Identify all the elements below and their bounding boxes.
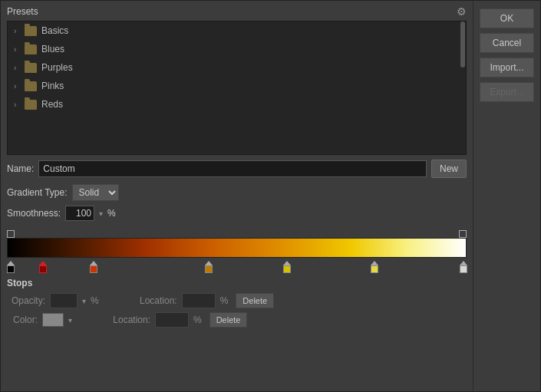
chevron-icon: › (14, 27, 20, 35)
color-stop-2[interactable] (90, 261, 97, 273)
preset-label-reds: Reds (41, 99, 63, 110)
preset-label-blues: Blues (41, 44, 64, 54)
opacity-location-unit: % (220, 295, 229, 306)
folder-icon-purples (25, 63, 37, 73)
gear-icon[interactable]: ⚙ (457, 5, 467, 18)
smoothness-label: Smoothness: (7, 208, 61, 219)
color-stop-4[interactable] (283, 261, 291, 273)
gradient-editor-dialog: Presets ⚙ › Basics › Blues › Purp (0, 0, 541, 392)
ok-button[interactable]: OK (480, 8, 534, 28)
presets-list[interactable]: › Basics › Blues › Purples › Pin (7, 21, 467, 155)
gradient-bar-area (1, 226, 473, 273)
smoothness-input[interactable] (65, 206, 94, 221)
gradient-bar[interactable] (7, 238, 467, 258)
chevron-icon-purples: › (14, 64, 20, 72)
gradient-type-label: Gradient Type: (7, 187, 68, 198)
stop-box-5 (371, 265, 378, 273)
opacity-row: Opacity: ▾ % Location: % Delete (7, 293, 467, 308)
cancel-button[interactable]: Cancel (480, 33, 534, 53)
preset-item-pinks[interactable]: › Pinks (8, 77, 466, 95)
color-stop-0[interactable] (7, 261, 15, 273)
chevron-icon-pinks: › (14, 82, 20, 91)
name-label: Name: (7, 163, 34, 174)
name-input[interactable] (38, 160, 427, 177)
scrollbar-thumb[interactable] (460, 21, 465, 68)
color-label: Color: (7, 315, 38, 325)
color-location-unit: % (193, 315, 202, 325)
new-button[interactable]: New (431, 160, 467, 178)
color-swatch-arrow[interactable]: ▾ (68, 316, 72, 324)
presets-title: Presets (7, 6, 38, 17)
preset-item-purples[interactable]: › Purples (8, 58, 466, 77)
gradient-type-select[interactable]: Solid Noise (72, 184, 119, 201)
color-stop-6[interactable] (460, 261, 467, 273)
stop-box-0 (7, 265, 15, 273)
opacity-input[interactable] (50, 293, 78, 308)
preset-item-reds[interactable]: › Reds (8, 95, 466, 114)
stop-box-4 (283, 265, 291, 273)
chevron-icon-reds: › (14, 100, 20, 109)
opacity-delete-button[interactable]: Delete (236, 293, 274, 308)
top-opacity-stops (7, 226, 467, 238)
stops-section: Stops Opacity: ▾ % Location: % Delete Co… (1, 273, 473, 334)
color-location-label: Location: (112, 315, 150, 325)
main-area: Presets ⚙ › Basics › Blues › Purp (1, 1, 473, 391)
preset-label-pinks: Pinks (41, 81, 64, 91)
stop-box-6 (460, 265, 467, 273)
gradient-type-row: Gradient Type: Solid Noise (1, 183, 473, 204)
chevron-icon-blues: › (14, 45, 20, 54)
preset-label-purples: Purples (41, 62, 73, 73)
stop-box-2 (90, 265, 97, 273)
opacity-location-label: Location: (139, 295, 177, 306)
preset-item-basics[interactable]: › Basics (8, 21, 466, 40)
color-delete-button[interactable]: Delete (209, 312, 248, 328)
name-row: Name: New (1, 155, 473, 183)
stop-box-3 (205, 265, 213, 273)
color-stop-1[interactable] (39, 261, 47, 273)
export-button[interactable]: Export... (480, 82, 534, 102)
color-location-input[interactable] (155, 312, 189, 328)
preset-label-basics: Basics (41, 25, 68, 36)
presets-header: Presets ⚙ (1, 1, 473, 21)
smoothness-stepper[interactable]: ▾ (99, 209, 103, 218)
color-swatch[interactable] (42, 313, 64, 327)
right-sidebar: OK Cancel Import... Export... (473, 1, 540, 391)
preset-item-blues[interactable]: › Blues (8, 40, 466, 58)
opacity-stepper[interactable]: ▾ (82, 297, 86, 305)
folder-icon-blues (25, 44, 37, 54)
color-stop-5[interactable] (371, 261, 378, 273)
color-row: Color: ▾ Location: % Delete (7, 312, 467, 328)
opacity-label: Opacity: (7, 295, 45, 306)
opacity-stop-left[interactable] (7, 230, 15, 238)
opacity-stop-right[interactable] (459, 230, 467, 238)
folder-icon-pinks (25, 81, 37, 91)
stops-title: Stops (7, 278, 467, 288)
opacity-unit: % (91, 295, 99, 306)
folder-icon-reds (25, 100, 37, 110)
color-stop-3[interactable] (205, 261, 213, 273)
smoothness-row: Smoothness: ▾ % (1, 204, 473, 226)
bottom-color-stops (7, 258, 467, 273)
import-button[interactable]: Import... (480, 58, 534, 77)
folder-icon-basics (25, 26, 37, 36)
opacity-location-input[interactable] (182, 293, 216, 308)
stop-box-1 (39, 265, 47, 273)
smoothness-percent: % (107, 208, 116, 219)
